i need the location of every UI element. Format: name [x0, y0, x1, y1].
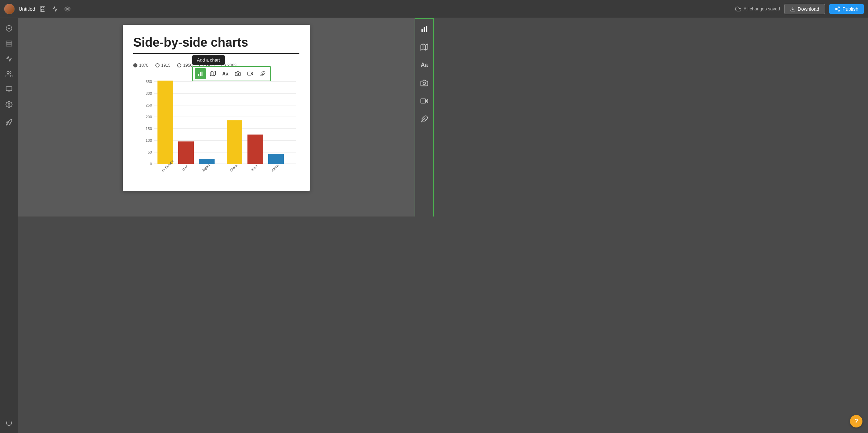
svg-text:300: 300 — [146, 91, 152, 95]
toolbar-camera-btn[interactable] — [232, 68, 243, 79]
doc-heading: Side-by-side charts — [133, 35, 299, 50]
left-sidebar — [0, 18, 18, 217]
sidebar-item-layers[interactable] — [3, 37, 15, 50]
sidebar-item-settings[interactable] — [3, 98, 15, 111]
inline-toolbar: Aa — [192, 66, 271, 81]
inline-toolbar-wrapper: Add a chart Aa — [192, 55, 271, 81]
sidebar-item-rocket[interactable] — [3, 116, 15, 129]
svg-text:100: 100 — [146, 138, 152, 142]
doc-divider — [133, 53, 299, 54]
panel-video-icon[interactable] — [418, 95, 431, 107]
timeline-1950[interactable]: 1950 — [177, 63, 192, 68]
svg-text:350: 350 — [146, 80, 152, 84]
bar-usa[interactable] — [178, 141, 194, 164]
main-area: Side-by-side charts Add a chart Aa — [18, 18, 434, 217]
svg-point-26 — [237, 73, 238, 75]
svg-rect-15 — [6, 87, 12, 91]
svg-text:USA: USA — [181, 164, 189, 172]
radio-1915[interactable] — [155, 63, 160, 67]
svg-point-59 — [423, 82, 425, 84]
timeline-1915[interactable]: 1915 — [155, 63, 171, 68]
svg-rect-61 — [421, 99, 426, 103]
avatar[interactable] — [4, 4, 15, 14]
svg-text:China: China — [229, 163, 238, 172]
topbar: Untitled All changes saved — [0, 0, 434, 18]
timeline-1870[interactable]: 1870 — [133, 63, 148, 68]
bar-western-europe[interactable] — [157, 81, 173, 164]
toolbar-video-btn[interactable] — [245, 68, 256, 79]
radio-1950[interactable] — [177, 63, 181, 67]
panel-camera-icon[interactable] — [418, 77, 431, 89]
bar-india[interactable] — [247, 135, 263, 164]
panel-text-icon[interactable]: Aa — [418, 59, 431, 71]
topbar-icons — [38, 4, 72, 14]
bar-china[interactable] — [227, 120, 242, 164]
panel-chart-icon[interactable] — [418, 23, 431, 35]
bar-japan[interactable] — [199, 159, 215, 164]
svg-text:150: 150 — [146, 127, 152, 131]
bar-africa[interactable] — [268, 154, 284, 164]
svg-rect-22 — [201, 72, 202, 76]
sidebar-item-desktop[interactable] — [3, 83, 15, 95]
svg-point-18 — [8, 104, 10, 105]
toolbar-puzzle-btn[interactable] — [257, 68, 268, 79]
svg-rect-54 — [424, 27, 425, 32]
save-settings-icon[interactable] — [38, 4, 47, 14]
sidebar-item-chart[interactable] — [3, 53, 15, 65]
document: Side-by-side charts Add a chart Aa — [123, 25, 310, 191]
svg-rect-11 — [6, 41, 12, 42]
radio-1870[interactable] — [133, 63, 137, 67]
doc-title[interactable]: Untitled — [19, 6, 35, 12]
svg-text:0: 0 — [150, 162, 152, 166]
svg-text:50: 50 — [148, 150, 152, 154]
svg-rect-12 — [6, 43, 12, 44]
svg-rect-21 — [200, 72, 201, 76]
svg-text:India: India — [250, 164, 258, 172]
svg-rect-28 — [248, 72, 251, 75]
right-panel: Aa — [415, 18, 434, 217]
sidebar-item-people[interactable] — [3, 68, 15, 80]
add-chart-tooltip: Add a chart — [192, 55, 225, 65]
canvas-area[interactable]: Side-by-side charts Add a chart Aa — [18, 18, 415, 217]
chart-icon[interactable] — [50, 4, 60, 14]
bar-chart: 350 300 250 200 150 100 — [137, 75, 303, 172]
svg-rect-55 — [426, 26, 427, 32]
sidebar-item-add[interactable] — [3, 22, 15, 35]
svg-text:Africa: Africa — [271, 163, 280, 172]
chart-container: 350 300 250 200 150 100 — [133, 75, 299, 172]
svg-marker-56 — [421, 44, 428, 50]
svg-rect-20 — [198, 74, 199, 76]
svg-rect-53 — [422, 29, 423, 32]
toolbar-text-btn[interactable]: Aa — [220, 68, 231, 79]
preview-icon[interactable] — [63, 4, 72, 14]
toolbar-chart-btn[interactable] — [195, 68, 206, 79]
svg-text:250: 250 — [146, 103, 152, 107]
panel-puzzle-icon[interactable] — [418, 113, 431, 125]
svg-point-14 — [7, 72, 9, 74]
svg-marker-23 — [210, 71, 216, 76]
svg-text:Japan: Japan — [201, 163, 210, 172]
panel-map-icon[interactable] — [418, 41, 431, 53]
svg-text:200: 200 — [146, 115, 152, 119]
svg-marker-60 — [426, 99, 428, 102]
svg-rect-13 — [6, 45, 12, 46]
svg-marker-27 — [251, 73, 253, 75]
svg-point-1 — [67, 8, 69, 10]
toolbar-map-btn[interactable] — [207, 68, 218, 79]
